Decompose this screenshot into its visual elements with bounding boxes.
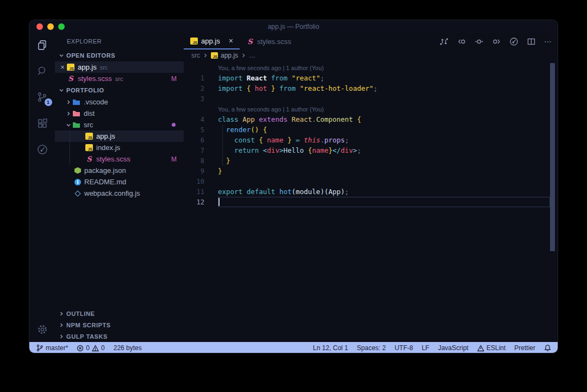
prettier-status[interactable]: Prettier (514, 344, 535, 352)
code-line-5[interactable]: 5 render() { (184, 125, 558, 135)
javascript-file-icon: JS (190, 38, 198, 45)
code-line-10[interactable]: 10 (184, 176, 558, 186)
chevron-right-icon (65, 99, 72, 105)
outline-section[interactable]: OUTLINE (55, 308, 184, 319)
tree-item-styles-scss[interactable]: S styles.scss M (55, 153, 184, 165)
text-cursor (218, 198, 220, 206)
code-line-content[interactable]: import React from "react"; (204, 74, 324, 82)
line-number[interactable]: 8 (184, 157, 204, 165)
next-change-icon[interactable] (492, 37, 501, 46)
file-size-status[interactable]: 226 bytes (114, 344, 142, 352)
search-icon[interactable] (35, 64, 49, 78)
code-line-6[interactable]: 6 const { name } = this.props; (184, 135, 558, 145)
line-number[interactable]: 12 (184, 198, 204, 206)
code-line-content[interactable]: import { hot } from "react-hot-loader"; (204, 84, 378, 92)
vscode-folder-icon (72, 98, 80, 105)
open-changes-icon[interactable] (440, 37, 449, 46)
line-number[interactable]: 6 (184, 136, 204, 144)
code-line-1[interactable]: 1import React from "react"; (184, 73, 558, 83)
codelens-row[interactable]: You, a few seconds ago | 1 author (You) (184, 63, 558, 73)
line-number[interactable]: 10 (184, 178, 204, 185)
activity-bar: 1 (29, 33, 55, 342)
tree-item-readme-md[interactable]: i README.md (55, 176, 184, 188)
codelens-annotation[interactable]: You, a few seconds ago | 1 author (You) (204, 65, 324, 71)
more-actions-icon[interactable]: ⋯ (544, 37, 552, 46)
gulp-tasks-section[interactable]: GULP TASKS (55, 331, 184, 342)
code-line-8[interactable]: 8 } (184, 155, 558, 166)
problems-status[interactable]: 0 0 (77, 344, 104, 352)
change-marker-icon[interactable] (474, 37, 484, 46)
code-line-11[interactable]: 11export default hot(module)(App); (184, 186, 558, 197)
tree-item-package-json[interactable]: package.json (55, 165, 184, 176)
project-header[interactable]: PORTFOLIO (55, 84, 184, 96)
code-line-content[interactable]: return <div>Hello {name}</div>; (204, 146, 361, 154)
cursor-position-status[interactable]: Ln 12, Col 1 (313, 344, 348, 352)
javascript-file-icon: JS (67, 64, 74, 71)
chevron-down-icon (65, 122, 72, 128)
explorer-icon[interactable] (35, 38, 49, 52)
source-control-icon[interactable]: 1 (35, 90, 49, 104)
tab-styles-scss[interactable]: S styles.scss (240, 33, 298, 49)
line-number[interactable]: 2 (184, 85, 204, 92)
tab-app-js[interactable]: JS app.js × (184, 33, 240, 49)
tree-item-src-folder[interactable]: src (55, 119, 184, 130)
indentation-status[interactable]: Spaces: 2 (357, 344, 386, 352)
split-editor-icon[interactable] (527, 37, 536, 46)
line-number[interactable]: 5 (184, 126, 204, 134)
modified-badge: M (171, 75, 177, 83)
tree-item-webpack-config[interactable]: webpack.config.js (55, 188, 184, 199)
code-line-content[interactable]: render() { (204, 126, 267, 134)
open-editors-header[interactable]: OPEN EDITORS (55, 49, 184, 61)
line-number[interactable]: 1 (184, 74, 204, 82)
eslint-status[interactable]: ESLint (477, 344, 505, 352)
file-history-icon[interactable] (509, 37, 519, 46)
notifications-bell-icon[interactable] (544, 344, 551, 352)
code-line-7[interactable]: 7 return <div>Hello {name}</div>; (184, 145, 558, 155)
sass-file-icon: S (246, 38, 254, 46)
code-line-content[interactable]: } (204, 157, 230, 165)
encoding-status[interactable]: UTF-8 (395, 344, 413, 352)
code-line-4[interactable]: 4class App extends React.Component { (184, 114, 558, 125)
code-line-3[interactable]: 3 (184, 94, 558, 104)
previous-change-icon[interactable] (457, 37, 466, 46)
open-editor-app-js[interactable]: × JS app.js src (55, 61, 184, 73)
tree-item-app-js[interactable]: JS app.js (55, 130, 184, 142)
git-branch-status[interactable]: master* (36, 344, 68, 352)
line-number[interactable]: 3 (184, 95, 204, 103)
codelens-row[interactable]: You, a few seconds ago | 1 author (You) (184, 104, 558, 114)
code-line-9[interactable]: 9} (184, 166, 558, 176)
indent-guide (70, 142, 70, 153)
gitlens-icon[interactable] (35, 142, 49, 157)
settings-gear-icon[interactable] (35, 322, 49, 337)
code-line-content[interactable]: class App extends React.Component { (204, 115, 361, 123)
extensions-icon[interactable] (35, 116, 49, 130)
sass-file-icon: S (67, 74, 74, 83)
indent-guide (70, 130, 70, 142)
tree-item-dist-folder[interactable]: dist (55, 108, 184, 119)
code-line-content[interactable]: const { name } = this.props; (204, 136, 349, 144)
language-mode-status[interactable]: JavaScript (438, 344, 469, 352)
indent-guide (222, 125, 223, 166)
code-line-12[interactable]: 12 (184, 197, 558, 207)
vertical-scrollbar[interactable] (550, 63, 555, 251)
editor-actions: ⋯ (440, 33, 552, 49)
codelens-annotation[interactable]: You, a few seconds ago | 1 author (You) (204, 106, 324, 113)
code-line-content[interactable]: } (204, 167, 222, 175)
line-number[interactable]: 7 (184, 147, 204, 154)
code-editor[interactable]: You, a few seconds ago | 1 author (You)1… (184, 61, 558, 342)
tree-item-vscode-folder[interactable]: .vscode (55, 96, 184, 108)
line-number[interactable]: 4 (184, 116, 204, 123)
npm-package-icon (74, 167, 81, 174)
npm-scripts-section[interactable]: NPM SCRIPTS (55, 319, 184, 331)
code-line-2[interactable]: 2import { hot } from "react-hot-loader"; (184, 83, 558, 94)
tree-item-index-js[interactable]: JS index.js (55, 142, 184, 153)
eol-status[interactable]: LF (422, 344, 429, 352)
open-editor-styles-scss[interactable]: S styles.scss src M (55, 73, 184, 84)
webpack-cube-icon (74, 190, 81, 197)
close-tab-icon[interactable]: × (229, 36, 233, 45)
close-editor-icon[interactable]: × (58, 63, 67, 71)
line-number[interactable]: 11 (184, 188, 204, 196)
line-number[interactable]: 9 (184, 167, 204, 175)
breadcrumb[interactable]: src JS app.js … (184, 49, 558, 61)
code-line-content[interactable]: export default hot(module)(App); (204, 188, 349, 196)
